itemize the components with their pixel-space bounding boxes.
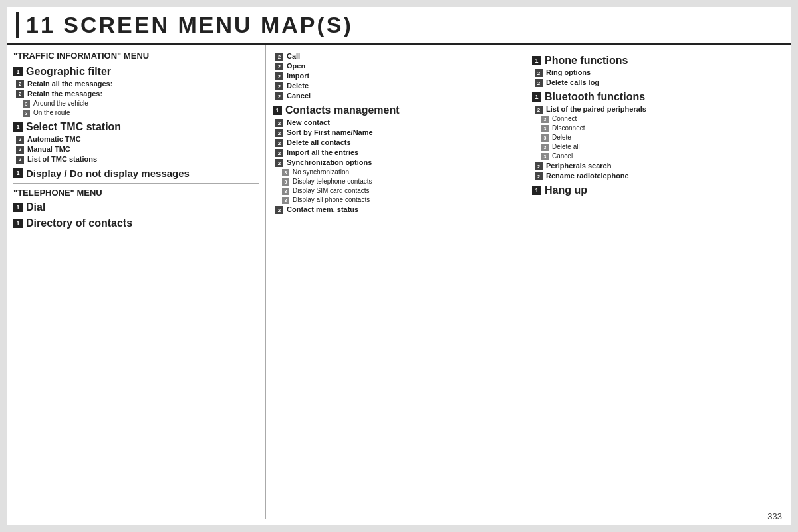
new-contact: 2 New contact [275,118,518,127]
retain-messages: 2 Retain the messages: [16,90,259,98]
badge-2b: 2 [16,90,24,98]
delete-all-bt: 3 Delete all [541,143,785,151]
display-sim-contacts: 3 Display SIM card contacts [282,187,518,195]
list-tmc-stations: 2 List of TMC stations [16,155,259,164]
display-messages-heading: 1 Display / Do not display messages [13,168,259,179]
badge-3a: 3 [23,100,30,108]
geo-filter-label: Geographic filter [26,66,111,78]
delete-calls-log: 2 Delete calls log [535,78,785,87]
page-title: 11 SCREEN MENU MAP(S) [26,12,353,37]
contact-mem-status: 2 Contact mem. status [275,205,518,214]
geo-filter-heading: 1 Geographic filter [13,66,259,78]
import-all-entries: 2 Import all the entries [275,148,518,157]
disconnect: 3 Disconnect [541,124,785,132]
display-tel-contacts: 3 Display telephone contacts [282,178,518,186]
badge-3b: 3 [23,110,30,117]
page-number: 333 [767,511,782,521]
cancel-item: 2 Cancel [275,92,518,100]
delete-item: 2 Delete [275,82,518,90]
rename-radiotelephone: 2 Rename radiotelephone [535,172,785,180]
automatic-tmc: 2 Automatic TMC [16,135,259,144]
delete-all-contacts: 2 Delete all contacts [275,138,518,147]
badge-2a: 2 [16,80,24,88]
around-vehicle: 3 Around the vehicle [23,100,259,108]
peripherals-search: 2 Peripherals search [535,162,785,170]
telephone-menu-header: "TELEPHONE" MENU [13,188,259,198]
import-item: 2 Import [275,72,518,80]
open-item: 2 Open [275,62,518,70]
on-route: 3 On the route [23,109,259,117]
bluetooth-functions-heading: 1 Bluetooth functions [532,91,785,103]
column-2: 2 Call 2 Open 2 Import 2 Delete 2 Cancel… [266,45,525,519]
manual-tmc: 2 Manual TMC [16,145,259,154]
column-1: "TRAFFIC INFORMATION" MENU 1 Geographic … [7,45,266,519]
list-paired-peripherals: 2 List of the paired peripherals [535,105,785,114]
display-all-phone-contacts: 3 Display all phone contacts [282,196,518,204]
select-tmc-heading: 1 Select TMC station [13,121,259,133]
dial-heading: 1 Dial [13,201,259,213]
sort-by-name: 2 Sort by First name/Name [275,128,518,137]
retain-all-messages: 2 Retain all the messages: [16,80,259,88]
directory-contacts-heading: 1 Directory of contacts [13,217,259,229]
no-sync: 3 No synchronization [282,168,518,176]
contacts-mgmt-heading: 1 Contacts management [273,104,518,116]
column-3: 1 Phone functions 2 Ring options 2 Delet… [525,45,791,519]
page: 11 SCREEN MENU MAP(S) "TRAFFIC INFORMATI… [7,7,791,525]
traffic-info-header: "TRAFFIC INFORMATION" MENU [13,51,259,62]
sync-options: 2 Synchronization options [275,158,518,167]
ring-options: 2 Ring options [535,68,785,77]
delete-bt: 3 Delete [541,134,785,142]
cancel-bt: 3 Cancel [541,152,785,160]
badge-1: 1 [13,67,23,76]
call-item: 2 Call [275,52,518,61]
connect: 3 Connect [541,115,785,123]
divider-1 [13,183,259,184]
hang-up-heading: 1 Hang up [532,184,785,196]
phone-functions-heading: 1 Phone functions [532,55,785,66]
